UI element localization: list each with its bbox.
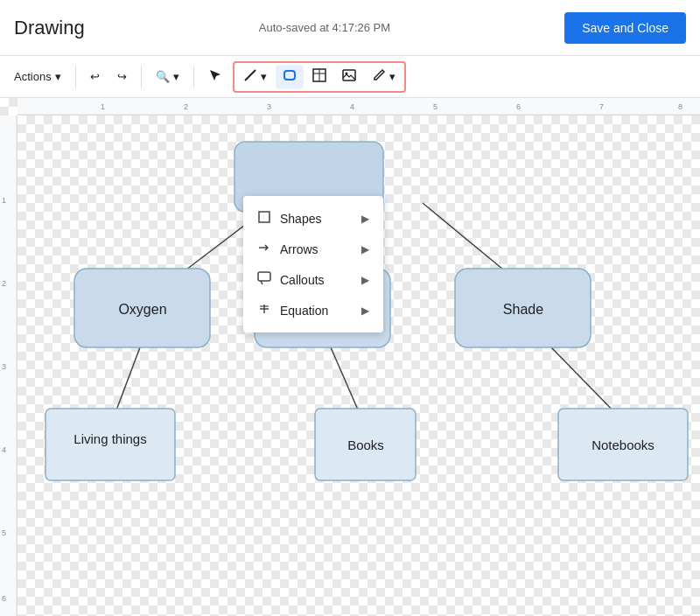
ruler-horizontal: 1 2 3 4 5 6 7 8 — [18, 98, 700, 116]
svg-text:3: 3 — [267, 102, 271, 111]
ruler-vertical: 1 2 3 4 5 6 — [0, 116, 18, 616]
equation-submenu-arrow: ▶ — [361, 304, 369, 317]
redo-icon: ↪ — [117, 70, 127, 83]
dropdown-item-arrows[interactable]: Arrows ▶ — [243, 234, 383, 264]
zoom-arrow: ▾ — [173, 70, 179, 83]
callouts-item-icon — [257, 271, 271, 288]
callouts-submenu-arrow: ▶ — [361, 274, 369, 286]
table-icon — [312, 68, 326, 85]
svg-text:1: 1 — [101, 102, 105, 111]
line-icon — [243, 68, 257, 85]
svg-rect-30 — [258, 272, 270, 281]
toolbar-separator — [75, 66, 76, 88]
equation-item-icon — [257, 302, 271, 318]
notebooks-label: Notebooks — [592, 438, 654, 452]
svg-line-0 — [245, 70, 256, 80]
arrows-item-label: Arrows — [280, 242, 318, 256]
autosave-status: Auto-saved at 4:17:26 PM — [259, 21, 390, 34]
line-tool-button[interactable]: ▾ — [236, 65, 274, 89]
svg-rect-29 — [259, 212, 270, 222]
app-header: Drawing Auto-saved at 4:17:26 PM Save an… — [0, 0, 700, 56]
select-tool-button[interactable] — [201, 63, 229, 91]
arrows-submenu-arrow: ▶ — [361, 243, 369, 256]
actions-label: Actions — [14, 70, 52, 83]
svg-text:4: 4 — [2, 445, 6, 454]
oxygen-label: Oxygen — [118, 302, 166, 317]
toolbar: Actions ▾ ↩ ↪ 🔍 ▾ ▾ — [0, 56, 700, 98]
svg-text:1: 1 — [2, 196, 6, 205]
svg-rect-1 — [284, 71, 295, 80]
svg-text:2: 2 — [184, 102, 188, 111]
books-label: Books — [347, 438, 384, 452]
document-title: Drawing — [14, 17, 85, 39]
shapes-item-label: Shapes — [280, 212, 321, 226]
select-icon — [208, 68, 222, 85]
svg-text:5: 5 — [2, 528, 6, 537]
dropdown-item-shapes[interactable]: Shapes ▶ — [243, 203, 383, 234]
diagram-svg: Oxygen Paper Shade Living things Books N… — [18, 116, 700, 616]
image-tool-button[interactable] — [335, 65, 363, 89]
shape-icon — [283, 68, 297, 85]
svg-text:5: 5 — [433, 102, 438, 111]
table-tool-button[interactable] — [305, 65, 333, 89]
svg-rect-5 — [343, 70, 355, 80]
svg-text:6: 6 — [2, 594, 6, 603]
pen-icon — [372, 68, 386, 85]
svg-text:4: 4 — [350, 102, 354, 111]
arrows-item-icon — [257, 241, 271, 257]
shapes-dropdown-menu: Shapes ▶ Arrows ▶ Callouts ▶ — [243, 196, 383, 332]
save-close-button[interactable]: Save and Close — [564, 12, 686, 44]
shapes-item-icon — [257, 210, 271, 227]
svg-text:3: 3 — [2, 362, 6, 371]
undo-icon: ↩ — [90, 70, 100, 83]
redo-button[interactable]: ↪ — [110, 63, 134, 91]
shape-tools-group: ▾ — [233, 61, 406, 93]
image-icon — [342, 68, 356, 85]
toolbar-separator-3 — [193, 66, 194, 88]
svg-text:7: 7 — [599, 102, 604, 111]
zoom-button[interactable]: 🔍 ▾ — [149, 63, 186, 91]
equation-item-label: Equation — [280, 304, 328, 318]
drawing-canvas[interactable]: 1 2 3 4 5 6 7 8 1 2 3 4 5 6 — [0, 98, 700, 616]
undo-button[interactable]: ↩ — [83, 63, 107, 91]
callouts-item-label: Callouts — [280, 273, 325, 287]
zoom-icon: 🔍 — [156, 70, 170, 83]
actions-menu-button[interactable]: Actions ▾ — [7, 63, 68, 91]
toolbar-separator-2 — [141, 66, 142, 88]
shade-label: Shade — [503, 302, 543, 317]
shapes-submenu-arrow: ▶ — [361, 213, 369, 225]
svg-text:6: 6 — [516, 102, 521, 111]
svg-text:8: 8 — [678, 102, 682, 111]
dropdown-item-callouts[interactable]: Callouts ▶ — [243, 264, 383, 295]
svg-text:2: 2 — [2, 279, 6, 288]
actions-arrow: ▾ — [55, 70, 61, 83]
shape-tool-button[interactable] — [276, 65, 304, 89]
dropdown-item-equation[interactable]: Equation ▶ — [243, 295, 383, 326]
living-things-label-line1: Living things — [74, 431, 146, 446]
pen-tool-button[interactable]: ▾ — [365, 65, 402, 89]
